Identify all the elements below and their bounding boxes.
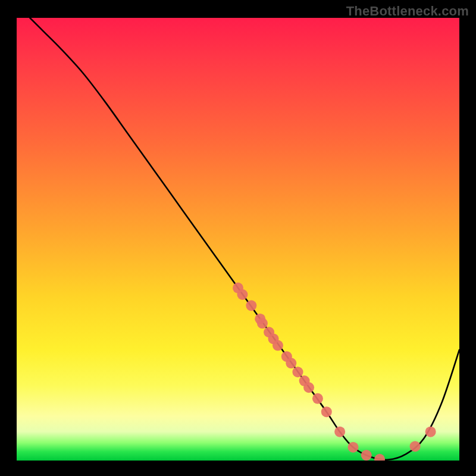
marker-point	[361, 450, 372, 461]
marker-point	[292, 367, 303, 377]
bottleneck-curve	[30, 18, 459, 460]
marker-point	[321, 406, 332, 417]
marker-point	[312, 393, 323, 404]
marker-point	[425, 427, 436, 437]
watermark-text: TheBottleneck.com	[346, 4, 469, 19]
curve-layer	[17, 18, 459, 461]
marker-point	[273, 340, 283, 351]
marker-point	[303, 382, 314, 393]
chart-frame: TheBottleneck.com	[0, 0, 476, 476]
marker-point	[410, 441, 421, 452]
marker-point	[347, 442, 358, 453]
highlight-markers	[233, 283, 436, 461]
marker-point	[286, 358, 296, 368]
marker-point	[237, 289, 248, 300]
marker-point	[246, 300, 256, 311]
plot-area	[17, 18, 459, 461]
marker-point	[374, 454, 385, 461]
marker-point	[334, 427, 345, 437]
marker-point	[257, 318, 268, 328]
